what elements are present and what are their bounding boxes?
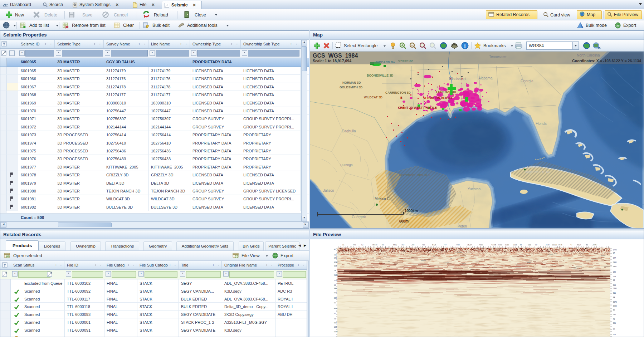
svg-text:9315: 9315 <box>334 331 338 333</box>
svg-text:0310: 0310 <box>498 244 502 246</box>
svg-text:11: 11 <box>342 244 345 246</box>
svg-text:58: 58 <box>613 309 615 311</box>
svg-text:686: 686 <box>613 314 616 316</box>
svg-text:288: 288 <box>411 244 414 246</box>
svg-text:Coahuila: Coahuila <box>342 129 356 133</box>
svg-text:9145: 9145 <box>558 244 562 246</box>
svg-text:768: 768 <box>422 244 425 246</box>
svg-text:600mi: 600mi <box>399 219 410 223</box>
svg-text:Florida: Florida <box>536 122 547 126</box>
svg-text:Durango: Durango <box>340 163 353 167</box>
svg-text:8491: 8491 <box>613 266 617 268</box>
svg-text:Mexico C.: Mexico C. <box>375 197 390 201</box>
svg-text:00: 00 <box>535 244 537 246</box>
svg-text:134: 134 <box>613 276 616 278</box>
svg-text:WILDCAT 3D: WILDCAT 3D <box>364 96 382 99</box>
svg-text:694: 694 <box>334 292 337 294</box>
svg-text:43785: 43785 <box>491 244 496 246</box>
svg-text:B: B <box>400 96 402 99</box>
svg-text:Hugar No 5 B. Nu: Hugar No 5 B. Nu <box>525 170 550 174</box>
svg-text:8542: 8542 <box>334 262 338 263</box>
svg-text:047: 047 <box>613 257 616 259</box>
svg-text:41: 41 <box>334 249 336 250</box>
svg-text:CARRINGTON 3D: CARRINGTON 3D <box>385 91 411 94</box>
svg-text:840: 840 <box>334 257 337 259</box>
svg-text:BOONESVILLE 3D: BOONESVILLE 3D <box>367 74 393 77</box>
svg-text:2228: 2228 <box>546 244 550 246</box>
svg-text:24: 24 <box>334 270 336 272</box>
svg-text:747: 747 <box>444 244 447 246</box>
svg-text:Reventador Tumulo 5: Reventador Tumulo 5 <box>399 173 430 177</box>
svg-text:6682: 6682 <box>393 244 397 246</box>
svg-text:47: 47 <box>570 244 572 246</box>
svg-text:10: 10 <box>334 302 336 304</box>
svg-text:Todo el be: Todo el be <box>616 203 631 207</box>
svg-text:51: 51 <box>586 244 588 246</box>
svg-text:31: 31 <box>334 313 336 314</box>
svg-text:Unidade: Unidade <box>527 165 539 169</box>
svg-text:70: 70 <box>613 318 615 320</box>
svg-text:3237: 3237 <box>334 280 338 282</box>
svg-text:9318: 9318 <box>505 244 509 246</box>
svg-text:19: 19 <box>613 328 615 330</box>
svg-text:3306: 3306 <box>513 244 517 246</box>
svg-text:911: 911 <box>613 292 616 294</box>
svg-text:389: 389 <box>613 284 616 286</box>
svg-text:Alabama: Alabama <box>478 76 493 80</box>
svg-text:55: 55 <box>520 244 522 246</box>
svg-text:28967: 28967 <box>592 244 597 246</box>
svg-text:x: x <box>461 77 463 81</box>
svg-text:05: 05 <box>382 244 384 246</box>
svg-text:103: 103 <box>334 326 337 328</box>
svg-text:97: 97 <box>613 252 615 254</box>
svg-text:5396: 5396 <box>613 288 617 289</box>
svg-text:90320: 90320 <box>552 244 557 246</box>
svg-text:74: 74 <box>334 318 336 320</box>
svg-text:Peten: Peten <box>458 224 467 228</box>
svg-text:618: 618 <box>613 334 616 336</box>
svg-text:35294: 35294 <box>467 244 472 246</box>
svg-text:211: 211 <box>334 254 337 256</box>
svg-text:7759: 7759 <box>456 244 460 246</box>
svg-text:4887: 4887 <box>334 308 338 309</box>
svg-text:1000km: 1000km <box>405 209 418 213</box>
svg-text:449: 449 <box>353 244 356 246</box>
svg-text:011: 011 <box>528 244 531 246</box>
svg-text:156: 156 <box>613 271 616 273</box>
svg-text:GOLDSMITH 3D: GOLDSMITH 3D <box>340 86 362 89</box>
svg-text:1740: 1740 <box>613 249 617 251</box>
svg-text:KRENT 2D WEST PROFILE: KRENT 2D WEST PROFILE <box>398 106 437 109</box>
svg-text:6881: 6881 <box>613 262 617 263</box>
svg-text:Coordinates: X = -103.6122 Y: Coordinates: X = -103.6122 Y = 26.1134 <box>572 59 641 63</box>
svg-text:6927: 6927 <box>577 244 581 246</box>
svg-text:948: 948 <box>334 288 337 289</box>
svg-text:i: i <box>464 43 466 49</box>
svg-text:Mississippi: Mississippi <box>449 77 466 81</box>
svg-text:234: 234 <box>334 297 337 299</box>
svg-text:Jalisco: Jalisco <box>323 189 334 192</box>
svg-text:3803: 3803 <box>613 305 617 307</box>
svg-text:VERMILION BLK 3D: VERMILION BLK 3D <box>423 96 452 100</box>
svg-text:961: 961 <box>613 322 616 324</box>
svg-text:Yucatan: Yucatan <box>468 187 480 191</box>
svg-text:85878: 85878 <box>372 244 377 246</box>
svg-text:4888: 4888 <box>479 244 483 246</box>
svg-text:695: 695 <box>334 322 337 324</box>
svg-text:Guerrero: Guerrero <box>352 215 366 219</box>
svg-text:94: 94 <box>613 297 615 298</box>
svg-text:5726: 5726 <box>432 244 436 246</box>
svg-text:302: 302 <box>401 244 404 246</box>
svg-text:GCS_WGS_1984: GCS_WGS_1984 <box>313 53 358 59</box>
svg-text:NORMAN 3D: NORMAN 3D <box>342 81 361 84</box>
svg-text:Scale: 1 to 18,917,094: Scale: 1 to 18,917,094 <box>313 59 351 63</box>
svg-text:92: 92 <box>361 244 364 246</box>
svg-text:3673: 3673 <box>613 301 617 303</box>
svg-text:FEDERAL 3D: FEDERAL 3D <box>436 90 457 94</box>
svg-text:84: 84 <box>334 284 336 286</box>
svg-text:Georgia: Georgia <box>521 79 533 83</box>
svg-text:93: 93 <box>613 279 615 281</box>
